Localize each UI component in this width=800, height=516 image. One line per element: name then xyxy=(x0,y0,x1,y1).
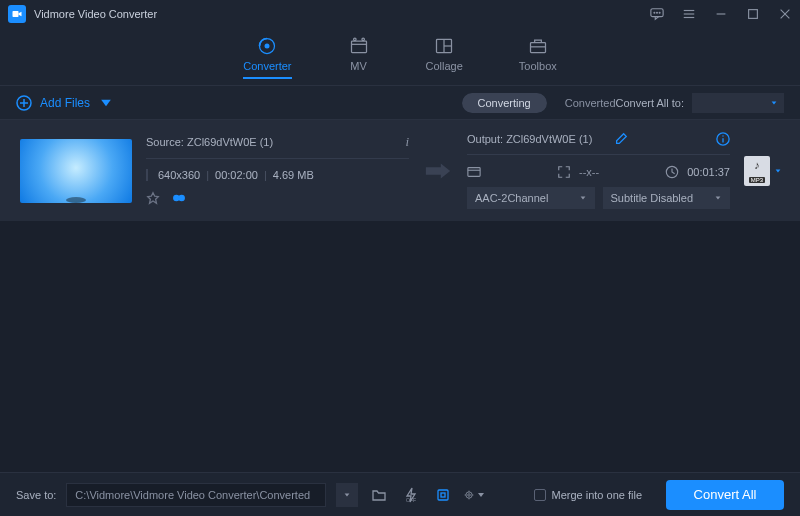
source-filesize: 4.69 MB xyxy=(273,169,314,181)
tab-converter[interactable]: Converter xyxy=(243,36,291,78)
svg-point-17 xyxy=(361,38,364,41)
svg-point-27 xyxy=(179,195,184,200)
minimize-icon[interactable] xyxy=(714,7,728,21)
plus-circle-icon xyxy=(16,95,32,111)
file-item: Source: ZCl69dVtW0E (1) i 640x360 | 00:0… xyxy=(0,120,800,222)
svg-rect-9 xyxy=(749,10,758,19)
convert-all-format-dropdown[interactable] xyxy=(692,93,784,113)
svg-text:OFF: OFF xyxy=(406,497,416,503)
clock-icon xyxy=(665,165,679,179)
tab-label: Toolbox xyxy=(519,60,557,72)
chevron-down-icon xyxy=(98,95,114,111)
svg-rect-0 xyxy=(13,11,19,17)
source-column: Source: ZCl69dVtW0E (1) i 640x360 | 00:0… xyxy=(146,134,409,208)
segment-converted[interactable]: Converted xyxy=(565,97,616,109)
maximize-icon[interactable] xyxy=(746,7,760,21)
chevron-down-icon xyxy=(770,99,778,107)
svg-rect-36 xyxy=(441,493,445,497)
svg-point-3 xyxy=(657,12,658,13)
segment-converting[interactable]: Converting xyxy=(462,93,547,113)
source-duration: 00:02:00 xyxy=(215,169,258,181)
audio-dd-value: AAC-2Channel xyxy=(475,192,548,204)
convert-all-to-label: Convert All to: xyxy=(616,97,684,109)
subtitle-dropdown[interactable]: Subtitle Disabled xyxy=(603,187,731,209)
source-meta: 640x360 | 00:02:00 | 4.69 MB xyxy=(146,169,409,181)
enhance-icon[interactable] xyxy=(172,191,186,208)
main-tabs: Converter MV Collage Toolbox xyxy=(0,28,800,86)
svg-rect-35 xyxy=(438,490,448,500)
arrow-icon xyxy=(423,161,453,181)
merge-checkbox[interactable]: Merge into one file xyxy=(534,489,643,501)
convert-all-button[interactable]: Convert All xyxy=(666,480,784,510)
mv-icon xyxy=(348,36,370,56)
svg-point-26 xyxy=(174,195,179,200)
merge-label: Merge into one file xyxy=(552,489,643,501)
format-badge-mp3 xyxy=(744,156,770,186)
open-folder-button[interactable] xyxy=(368,484,390,506)
checkbox-icon xyxy=(534,489,546,501)
svg-point-30 xyxy=(722,135,723,136)
svg-point-13 xyxy=(265,43,270,48)
svg-point-38 xyxy=(468,493,471,496)
svg-rect-31 xyxy=(468,168,480,177)
chevron-down-icon xyxy=(343,491,351,499)
audio-dropdown[interactable]: AAC-2Channel xyxy=(467,187,595,209)
svg-point-37 xyxy=(466,491,472,497)
svg-rect-21 xyxy=(530,42,545,52)
tab-collage[interactable]: Collage xyxy=(426,36,463,78)
collage-icon xyxy=(433,36,455,56)
tab-mv[interactable]: MV xyxy=(348,36,370,78)
info-circle-icon[interactable] xyxy=(716,132,730,146)
tab-label: MV xyxy=(350,60,367,72)
chevron-down-icon xyxy=(714,194,722,202)
save-path-dropdown[interactable] xyxy=(336,483,358,507)
chevron-down-icon xyxy=(579,194,587,202)
edit-icon[interactable] xyxy=(614,132,628,146)
settings-button[interactable] xyxy=(464,484,486,506)
toolbox-icon xyxy=(527,36,549,56)
hardware-accel-button[interactable]: OFF xyxy=(400,484,422,506)
svg-point-16 xyxy=(353,38,356,41)
chevron-down-icon xyxy=(476,487,486,503)
feedback-icon[interactable] xyxy=(650,7,664,21)
titlebar: Vidmore Video Converter xyxy=(0,0,800,28)
source-title: Source: ZCl69dVtW0E (1) xyxy=(146,136,391,148)
add-files-button[interactable]: Add Files xyxy=(16,95,114,111)
output-resolution: --x-- xyxy=(579,166,657,178)
gpu-button[interactable] xyxy=(432,484,454,506)
video-icon xyxy=(467,165,481,179)
info-icon[interactable]: i xyxy=(405,134,409,150)
expand-icon xyxy=(557,165,571,179)
menu-icon[interactable] xyxy=(682,7,696,21)
save-path-field[interactable]: C:\Vidmore\Vidmore Video Converter\Conve… xyxy=(66,483,326,507)
tab-label: Collage xyxy=(426,60,463,72)
add-files-label: Add Files xyxy=(40,96,90,110)
svg-rect-14 xyxy=(351,41,366,53)
svg-point-2 xyxy=(654,12,655,13)
save-path-value: C:\Vidmore\Vidmore Video Converter\Conve… xyxy=(75,489,310,501)
source-resolution: 640x360 xyxy=(158,169,200,181)
converter-icon xyxy=(256,36,278,56)
status-segment: Converting xyxy=(462,93,547,113)
output-column: Output: ZCl69dVtW0E (1) --x-- 00:01:37 A… xyxy=(467,132,730,209)
output-title: Output: ZCl69dVtW0E (1) xyxy=(467,133,600,145)
app-logo-icon xyxy=(8,5,26,23)
output-format-selector[interactable] xyxy=(744,156,784,186)
subtitle-dd-value: Subtitle Disabled xyxy=(611,192,694,204)
video-thumbnail[interactable] xyxy=(20,139,132,203)
content-area xyxy=(0,222,800,472)
svg-point-4 xyxy=(659,12,660,13)
app-title: Vidmore Video Converter xyxy=(34,8,650,20)
footer: Save to: C:\Vidmore\Vidmore Video Conver… xyxy=(0,472,800,516)
save-to-label: Save to: xyxy=(16,489,56,501)
star-icon[interactable] xyxy=(146,191,160,208)
toolbar: Add Files Converting Converted Convert A… xyxy=(0,86,800,120)
output-duration: 00:01:37 xyxy=(687,166,730,178)
tab-toolbox[interactable]: Toolbox xyxy=(519,36,557,78)
close-icon[interactable] xyxy=(778,7,792,21)
chevron-down-icon xyxy=(774,167,782,175)
tab-label: Converter xyxy=(243,60,291,72)
